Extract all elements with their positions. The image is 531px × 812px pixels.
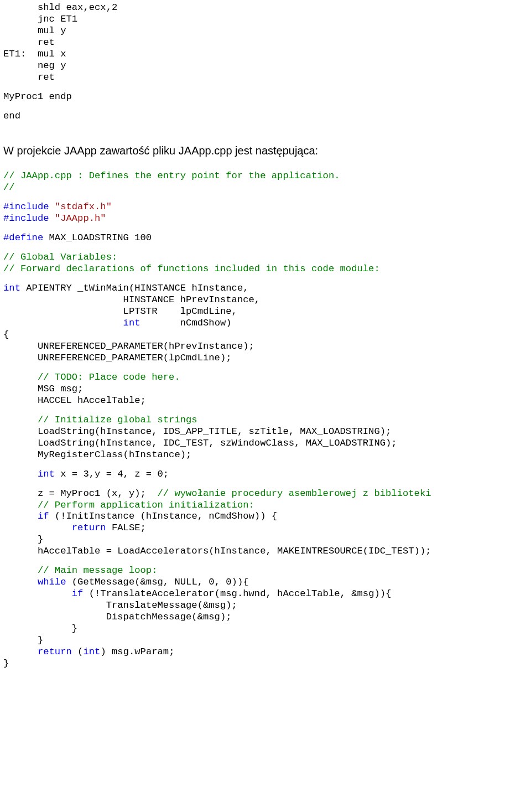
cpp-directive: #include xyxy=(3,201,49,212)
cpp-line: DispatchMessage(&msg); xyxy=(3,612,528,623)
cpp-line: return (int) msg.wParam; xyxy=(3,647,528,658)
cpp-include: #include "stdafx.h" xyxy=(3,201,528,213)
cpp-line: MyRegisterClass(hInstance); xyxy=(3,449,528,461)
asm-line: MyProc1 endp xyxy=(3,91,528,103)
asm-line: ret xyxy=(3,37,528,49)
cpp-brace: } xyxy=(3,534,528,546)
cpp-brace: } xyxy=(3,658,528,670)
cpp-comment: // JAApp.cpp : Defines the entry point f… xyxy=(3,170,528,182)
cpp-string: "JAApp.h" xyxy=(55,213,106,224)
cpp-keyword: int xyxy=(123,318,140,328)
cpp-line: hAccelTable = LoadAccelerators(hInstance… xyxy=(3,546,528,557)
cpp-func-sig: int APIENTRY _tWinMain(HINSTANCE hInstan… xyxy=(3,283,528,294)
cpp-define: #define MAX_LOADSTRING 100 xyxy=(3,232,528,244)
cpp-comment: // xyxy=(3,182,528,194)
cpp-line: if (!InitInstance (hInstance, nCmdShow))… xyxy=(3,511,528,523)
cpp-string: "stdafx.h" xyxy=(55,201,112,212)
cpp-line: LoadString(hInstance, IDS_APP_TITLE, szT… xyxy=(3,426,528,438)
cpp-func-sig: HINSTANCE hPrevInstance, xyxy=(3,294,528,306)
cpp-brace: } xyxy=(3,623,528,635)
cpp-line: UNREFERENCED_PARAMETER(lpCmdLine); xyxy=(3,353,528,364)
cpp-func-sig: LPTSTR lpCmdLine, xyxy=(3,306,528,318)
cpp-directive: #define xyxy=(3,232,43,243)
cpp-line: while (GetMessage(&msg, NULL, 0, 0)){ xyxy=(3,577,528,588)
cpp-comment: // wywołanie procedury asemblerowej z bi… xyxy=(157,488,431,499)
asm-line: ET1: mul x xyxy=(3,49,528,60)
asm-line: shld eax,ecx,2 xyxy=(3,2,528,14)
cpp-line: TranslateMessage(&msg); xyxy=(3,600,528,612)
cpp-comment: // Main message loop: xyxy=(3,565,528,577)
cpp-line: int x = 3,y = 4, z = 0; xyxy=(3,469,528,480)
cpp-directive: #include xyxy=(3,213,49,224)
cpp-keyword: return xyxy=(72,523,106,533)
asm-line: neg y xyxy=(3,60,528,72)
cpp-comment: // Forward declarations of functions inc… xyxy=(3,263,528,275)
cpp-comment: // TODO: Place code here. xyxy=(3,372,528,384)
cpp-include: #include "JAApp.h" xyxy=(3,213,528,225)
asm-line: mul y xyxy=(3,25,528,37)
cpp-line: HACCEL hAccelTable; xyxy=(3,395,528,407)
cpp-line: z = MyProc1 (x, y); // wywołanie procedu… xyxy=(3,488,528,500)
cpp-line: UNREFERENCED_PARAMETER(hPrevInstance); xyxy=(3,341,528,353)
cpp-keyword: while xyxy=(38,577,66,587)
cpp-line: return FALSE; xyxy=(3,523,528,534)
cpp-comment: // Global Variables: xyxy=(3,252,528,263)
cpp-comment: // Perform application initialization: xyxy=(3,500,528,511)
cpp-line: LoadString(hInstance, IDC_TEST, szWindow… xyxy=(3,438,528,449)
paragraph-jaapp-intro: W projekcie JAApp zawartość pliku JAApp.… xyxy=(3,143,528,158)
cpp-keyword: int xyxy=(38,469,55,479)
cpp-keyword: if xyxy=(72,588,84,599)
cpp-line: MSG msg; xyxy=(3,384,528,395)
asm-line: jnc ET1 xyxy=(3,14,528,25)
cpp-func-sig: int nCmdShow) xyxy=(3,318,528,329)
cpp-comment: // Initialize global strings xyxy=(3,415,528,426)
cpp-brace: { xyxy=(3,329,528,341)
cpp-keyword: return xyxy=(38,647,72,657)
cpp-keyword: int xyxy=(83,647,100,657)
asm-line: end xyxy=(3,111,528,122)
cpp-keyword: if xyxy=(38,511,49,521)
asm-line: ret xyxy=(3,72,528,84)
cpp-line: if (!TranslateAccelerator(msg.hwnd, hAcc… xyxy=(3,588,528,600)
cpp-brace: } xyxy=(3,635,528,647)
cpp-keyword: int xyxy=(3,283,20,293)
